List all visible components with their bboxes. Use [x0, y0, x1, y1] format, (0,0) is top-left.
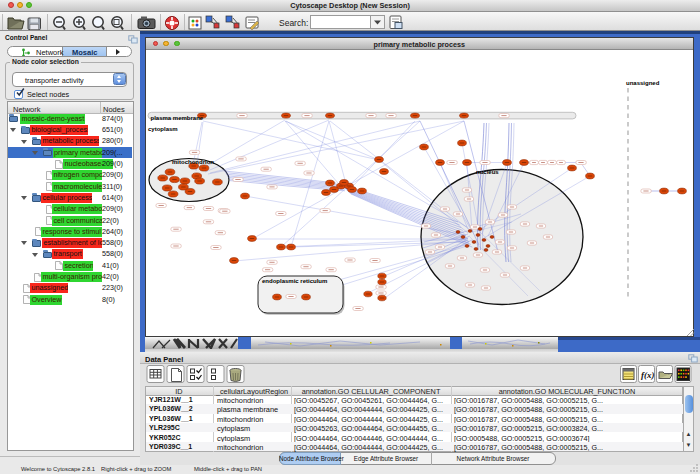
svg-text:f(x): f(x)	[641, 370, 655, 380]
svg-text:plasma membrane: plasma membrane	[151, 115, 204, 121]
svg-text:endoplasmic reticulum: endoplasmic reticulum	[262, 278, 327, 284]
svg-text:nucleus: nucleus	[476, 169, 499, 175]
svg-text:Search:: Search:	[279, 17, 308, 27]
svg-text:unassigned: unassigned	[626, 80, 660, 86]
svg-text:cytoplasm: cytoplasm	[148, 126, 178, 132]
svg-text:mitochondrion: mitochondrion	[172, 159, 214, 165]
